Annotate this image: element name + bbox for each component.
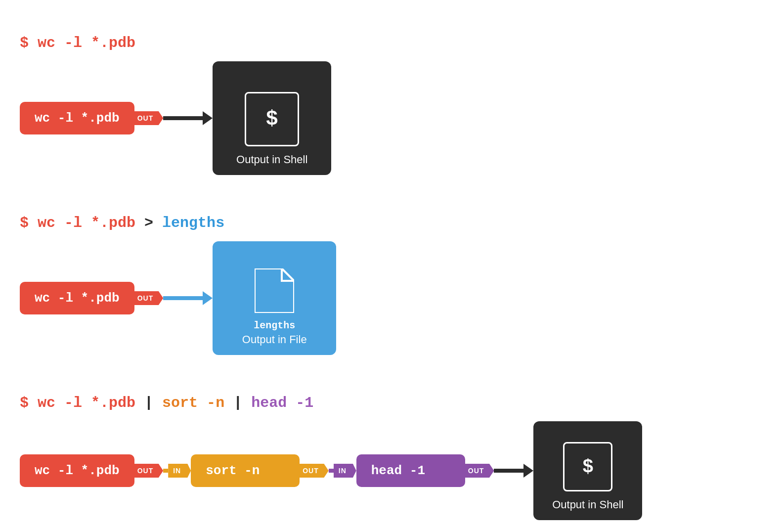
cmd-text-2b: > xyxy=(144,215,162,231)
file-box-1: lengths Output in File xyxy=(213,241,336,355)
cmd-line-3: $ wc -l *.pdb | sort -n | head -1 xyxy=(20,395,764,411)
pill-text-3c: head -1 xyxy=(371,463,425,478)
section-2: $ wc -l *.pdb > lengths wc -l *.pdb OUT xyxy=(20,200,764,355)
out-badge-3a: OUT xyxy=(132,464,164,478)
cmd-text-3b: | xyxy=(144,395,162,411)
pipe-line-3a xyxy=(163,469,168,473)
shell-box-3: $ Output in Shell xyxy=(533,421,642,520)
in-badge-3b: IN xyxy=(334,464,356,478)
dollar-1: $ xyxy=(20,35,29,51)
dollar-3: $ xyxy=(20,395,29,411)
dollar-2: $ xyxy=(20,215,29,231)
section1-flow: wc -l *.pdb OUT $ Output in Shell xyxy=(20,61,764,175)
connector-line-1 xyxy=(163,116,203,120)
connector-line-2 xyxy=(163,296,203,300)
pill-text-2: wc -l *.pdb xyxy=(35,291,120,306)
shell-label-3: Output in Shell xyxy=(552,498,623,511)
section2-flow: wc -l *.pdb OUT lengths Output in File xyxy=(20,241,764,355)
cmd-text-2a: wc -l *.pdb xyxy=(38,215,135,231)
cmd-text-1: wc -l *.pdb xyxy=(38,35,135,51)
shell-label-1: Output in Shell xyxy=(236,153,307,166)
cmd-line-2: $ wc -l *.pdb > lengths xyxy=(20,215,764,231)
svg-marker-0 xyxy=(255,268,294,313)
cmd-pill-3a: wc -l *.pdb xyxy=(20,454,134,487)
pill-text-3b: sort -n xyxy=(206,463,260,478)
file-label-name: lengths xyxy=(254,320,295,331)
out-badge-2: OUT xyxy=(132,291,164,305)
cmd-pill-3c: head -1 xyxy=(356,454,465,487)
shell-box-1: $ Output in Shell xyxy=(213,61,331,175)
section-3: $ wc -l *.pdb | sort -n | head -1 wc -l … xyxy=(20,380,764,520)
shell-dollar-1: $ xyxy=(266,107,278,131)
cmd-pill-3b: sort -n xyxy=(191,454,300,487)
arrow-tip-1 xyxy=(203,111,213,125)
out-badge-1: OUT xyxy=(132,111,164,125)
in-badge-3a: IN xyxy=(168,464,191,478)
pill-text-1: wc -l *.pdb xyxy=(35,111,120,126)
cmd-text-3c: sort -n xyxy=(162,395,224,411)
pipe-line-3b xyxy=(329,469,334,473)
cmd-text-3a: wc -l *.pdb xyxy=(38,395,135,411)
out-badge-3c: OUT xyxy=(463,464,494,478)
arrow-tip-3 xyxy=(523,464,533,478)
section-1: $ wc -l *.pdb wc -l *.pdb OUT $ Output i… xyxy=(20,20,764,175)
arrow-tip-2 xyxy=(203,291,213,305)
connector-line-3 xyxy=(494,469,523,473)
out-badge-3b: OUT xyxy=(298,464,329,478)
diagram-area: $ wc -l *.pdb wc -l *.pdb OUT $ Output i… xyxy=(0,0,784,532)
cmd-line-1: $ wc -l *.pdb xyxy=(20,35,764,51)
cmd-pill-1: wc -l *.pdb xyxy=(20,102,134,134)
cmd-text-2c: lengths xyxy=(162,215,224,231)
shell-inner-1: $ xyxy=(245,92,299,146)
cmd-text-3e: head -1 xyxy=(251,395,313,411)
cmd-pill-2: wc -l *.pdb xyxy=(20,282,134,314)
shell-inner-3: $ xyxy=(563,442,612,491)
section3-flow: wc -l *.pdb OUT IN sort -n OUT IN head -… xyxy=(20,421,764,520)
cmd-text-3d: | xyxy=(233,395,251,411)
shell-dollar-3: $ xyxy=(582,456,594,478)
pill-text-3a: wc -l *.pdb xyxy=(35,463,120,478)
file-icon xyxy=(255,268,294,315)
file-label-type: Output in File xyxy=(242,333,307,346)
